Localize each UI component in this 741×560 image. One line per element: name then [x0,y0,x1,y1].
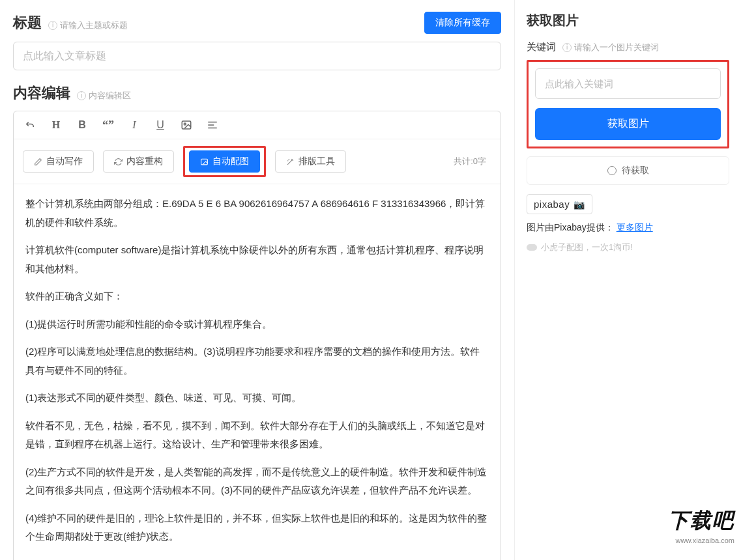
editor-paragraph: 软件的正确含义如下： [25,287,489,306]
sidebar: 获取图片 关键词 i 请输入一个图片关键词 获取图片 待获取 pixabay 📷… [514,0,741,560]
fetch-image-button[interactable]: 获取图片 [535,108,721,140]
auto-image-highlight: 自动配图 [183,146,266,177]
pixabay-badge: pixabay 📷 [527,194,592,214]
title-hint: i 请输入主题或标题 [48,20,128,31]
image-icon[interactable] [181,119,192,131]
editor-paragraph: (4)维护不同的硬件是旧的，理论上软件是旧的，并不坏，但实际上软件也是旧的和坏的… [25,509,489,546]
keyword-hint: i 请输入一个图片关键词 [562,42,659,53]
undo-icon[interactable] [24,119,36,131]
underline-icon[interactable]: U [154,119,166,131]
info-icon: i [48,21,57,30]
keyword-label: 关键词 [527,41,556,53]
cloud-icon [527,244,537,251]
wand-icon [286,158,295,166]
auto-write-button[interactable]: 自动写作 [23,150,94,173]
editor-paragraph: 软件看不见，无色，枯燥，看不见，摸不到，闻不到。软件大部分存在于人们的头脑或纸上… [25,417,489,454]
pencil-icon [34,158,42,166]
pending-icon [607,166,617,175]
image-credit: 图片由Pixabay提供： 更多图片 [527,222,729,234]
camera-icon: 📷 [574,199,585,210]
layout-tool-button[interactable]: 排版工具 [275,150,346,173]
info-icon: i [562,43,572,52]
editor-body[interactable]: 整个计算机系统由两部分组成：E.69DA 5 E 6 BA 9062616964… [14,184,501,560]
content-hint: i 内容编辑区 [77,90,131,102]
watermark: 下载吧 www.xiazaiba.com [661,504,741,547]
align-icon[interactable] [207,119,218,131]
editor: H B “” I U 自动写作 内容重构 [13,111,501,560]
italic-icon[interactable]: I [128,119,140,131]
editor-paragraph: (2)生产方式不同的软件是开发，是人类智能的高发挥，而不是传统意义上的硬件制造。… [25,463,489,500]
side-footer-note: 小虎子配图，一次1淘币! [527,242,729,253]
editor-paragraph: (1)提供运行时所需功能和性能的命令或计算机程序集合。 [25,315,489,334]
side-heading: 获取图片 [527,12,729,29]
editor-paragraph: 计算机软件(computer software)是指计算机系统中除硬件以外的所有… [25,241,489,278]
clear-cache-button[interactable]: 清除所有缓存 [424,12,501,34]
title-section-header: 标题 i 请输入主题或标题 清除所有缓存 [13,12,501,34]
editor-paragraph: (1)表达形式不同的硬件类型、颜色、味道、可见、可摸、可闻。 [25,389,489,408]
bold-icon[interactable]: B [76,119,88,131]
editor-paragraph: 整个计算机系统由两部分组成：E.69DA 5 E 6 BA 9062616964… [25,195,489,232]
restructure-button[interactable]: 内容重构 [103,150,174,173]
keyword-highlight-box: 获取图片 [527,60,729,148]
action-toolbar: 自动写作 内容重构 自动配图 排版工具 共计:0字 [14,139,501,184]
fetch-status: 待获取 [527,156,729,185]
word-count: 共计:0字 [454,156,486,167]
svg-point-1 [184,123,186,125]
keyword-input[interactable] [535,68,721,99]
auto-image-button[interactable]: 自动配图 [189,150,260,173]
content-heading: 内容编辑 [13,83,70,103]
article-title-input[interactable] [13,42,501,70]
picture-icon [200,158,209,166]
quote-icon[interactable]: “” [102,119,114,131]
refresh-icon [114,158,123,166]
editor-paragraph: (2)程序可以满意地处理信息的数据结构。(3)说明程序功能要求和程序需要的文档的… [25,343,489,380]
heading-icon[interactable]: H [50,119,62,131]
info-icon: i [77,91,86,100]
more-images-link[interactable]: 更多图片 [617,222,653,232]
format-toolbar: H B “” I U [14,111,501,139]
title-heading: 标题 [13,13,42,33]
